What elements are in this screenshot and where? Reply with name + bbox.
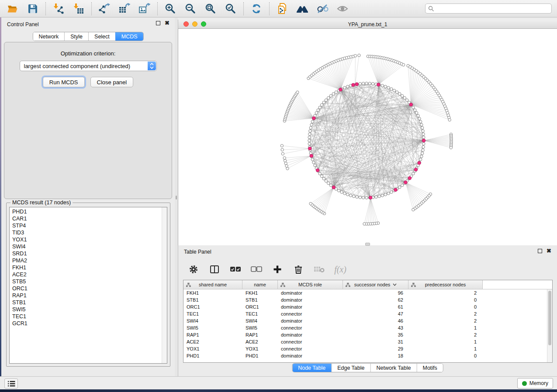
apply-function-button[interactable]: f(x) [335,264,346,275]
cell-predecessor-nodes: 2 [408,290,483,296]
table-row[interactable]: SWI5SWI5connector431 [183,324,547,331]
table-body: FKH1FKH1dominator962STB1STB1dominator620… [183,289,547,362]
cell-predecessor-nodes: 1 [408,325,483,330]
mcds-result-item[interactable]: STB1 [10,299,162,306]
tab-style[interactable]: Style [64,32,88,41]
run-mcds-button[interactable]: Run MCDS [43,77,85,87]
node-table: shared namenameMCDS rolesuccessor nodesp… [183,280,553,363]
mcds-result-item[interactable]: GCR1 [10,320,162,327]
import-network-icon [53,3,64,14]
show-details-button[interactable] [336,3,349,15]
close-panel-icon[interactable]: ✖ [165,21,170,25]
tab-network[interactable]: Network [33,32,64,41]
search-network-button[interactable] [296,3,308,15]
mcds-result-item[interactable]: CAR1 [10,215,162,222]
horizontal-splitter-grip[interactable] [365,243,370,246]
export-network-button[interactable] [98,3,111,15]
save-session-button[interactable] [27,3,39,15]
zoom-selected-button[interactable] [225,3,237,15]
clone-network-button[interactable] [276,3,288,15]
cell-predecessor-nodes: 0 [408,297,483,303]
cell-MCDS-role: dominator [278,297,343,303]
cell-name: STB1 [242,297,278,303]
splitter-grip [176,196,177,199]
criterion-dropdown[interactable]: largest connected component (undirected) [20,61,157,71]
import-network-button[interactable] [52,3,65,15]
tab-network-table[interactable]: Network Table [370,364,417,372]
table-row[interactable]: ACE2ACE2connector311 [183,338,547,345]
table-row[interactable]: FKH1FKH1dominator962 [183,289,547,296]
column-header-shared-name[interactable]: shared name [183,280,242,289]
tab-motifs[interactable]: Motifs [416,364,443,372]
mcds-result-item[interactable]: STP4 [10,222,162,229]
close-panel-button[interactable]: Close panel [90,77,134,87]
table-row[interactable]: PHD1PHD1dominator180 [183,352,547,359]
tab-mcds[interactable]: MCDS [115,32,143,41]
tab-node-table[interactable]: Node Table [292,364,331,372]
cell-shared-name: FKH1 [183,290,242,296]
float-table-panel-icon[interactable] [538,249,542,253]
select-all-button[interactable] [230,264,241,275]
cell-MCDS-role: connector [278,325,343,330]
mcds-result-item[interactable]: TID3 [10,229,162,236]
table-row[interactable]: TEC1TEC1connector472 [183,310,547,317]
mcds-result-list[interactable]: PHD1CAR1STP4TID3YOX1SWI4SRD1PMA2FKH1ACE2… [9,207,167,364]
import-table-button[interactable] [73,3,85,15]
mcds-result-item[interactable]: YOX1 [10,236,162,243]
refresh-layout-button[interactable] [250,3,263,15]
zoom-out-icon [185,3,196,14]
search-input[interactable] [436,6,549,12]
mcds-result-item[interactable]: TEC1 [10,313,162,320]
unchecked-boxes-icon [251,266,262,272]
table-row[interactable]: SWI4SWI4dominator462 [183,317,547,324]
delete-table-button[interactable] [314,264,325,275]
zoom-out-button[interactable] [184,3,197,15]
mcds-result-item[interactable]: RAP1 [10,292,162,299]
deselect-all-button[interactable] [251,264,262,275]
mcds-result-item[interactable]: ACE2 [10,271,162,278]
table-row[interactable]: STB1STB1dominator620 [183,296,547,303]
tab-select[interactable]: Select [88,32,115,41]
vertical-splitter[interactable] [175,17,178,376]
zoom-fit-button[interactable] [204,3,217,15]
mcds-result-item[interactable]: SWI5 [10,306,162,313]
mcds-result-item[interactable]: PMA2 [10,257,162,264]
mcds-result-item[interactable]: FKH1 [10,264,162,271]
mcds-result-item[interactable]: SRD1 [10,250,162,257]
float-panel-icon[interactable] [156,21,160,25]
memory-button[interactable]: Memory [517,378,553,389]
table-scrollbar[interactable] [547,289,552,362]
cell-successor-nodes: 61 [343,304,408,309]
table-row[interactable]: RAP1RAP1dominator352 [183,331,547,338]
mcds-result-item[interactable]: STB5 [10,278,162,285]
cell-MCDS-role: dominator [278,304,343,309]
mcds-result-item[interactable]: ORC1 [10,285,162,292]
result-list-scrollbar[interactable] [162,207,167,363]
table-settings-button[interactable] [188,264,199,275]
table-row[interactable]: YOX1YOX1connector291 [183,345,547,352]
control-panel: Control Panel ✖ NetworkStyleSelectMCDS O… [1,17,175,376]
scrollbar-thumb[interactable] [548,291,551,345]
control-panel-title: Control Panel [7,21,39,28]
tab-edge-table[interactable]: Edge Table [331,364,370,372]
column-header-predecessor-nodes[interactable]: predecessor nodes [408,280,483,289]
column-header-successor-nodes[interactable]: successor nodes [343,280,408,289]
hide-details-button[interactable] [316,3,329,15]
close-table-panel-icon[interactable]: ✖ [547,249,551,253]
open-file-button[interactable] [7,3,19,15]
cell-predecessor-nodes: 1 [408,339,483,344]
delete-row-button[interactable] [293,264,304,275]
export-image-button[interactable] [138,3,151,15]
mcds-result-item[interactable]: SWI4 [10,243,162,250]
show-columns-button[interactable] [209,264,220,275]
table-row[interactable]: ORC1ORC1dominator610 [183,303,547,310]
network-canvas[interactable] [178,29,557,245]
column-header-name[interactable]: name [242,280,278,289]
mcds-result-item[interactable]: PHD1 [10,208,162,215]
add-row-button[interactable] [272,264,283,275]
zoom-in-button[interactable] [164,3,176,15]
show-panels-button[interactable] [4,378,18,389]
column-header-MCDS-role[interactable]: MCDS role [278,280,343,289]
export-table-button[interactable] [118,3,131,15]
cell-successor-nodes: 18 [343,353,408,358]
